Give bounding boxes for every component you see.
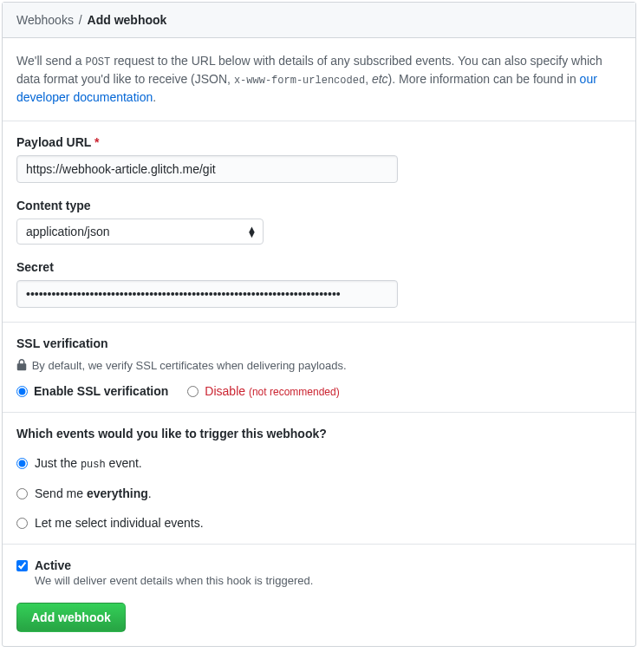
ssl-enable-label[interactable]: Enable SSL verification [34, 384, 168, 398]
ssl-enable-option: Enable SSL verification [16, 384, 168, 398]
payload-url-group: Payload URL * [16, 135, 622, 183]
webhook-form-container: Webhooks / Add webhook We'll send a POST… [2, 2, 636, 647]
active-checkbox[interactable] [16, 560, 28, 571]
content-type-select-wrap: application/json ▲▼ [16, 219, 264, 245]
active-description: We will deliver event details when this … [35, 574, 313, 587]
ssl-note: By default, we verify SSL certificates w… [16, 359, 622, 372]
payload-url-label: Payload URL * [16, 135, 622, 149]
event-individual-label[interactable]: Let me select individual events. [35, 516, 204, 530]
ssl-enable-radio[interactable] [16, 386, 28, 397]
add-webhook-button[interactable]: Add webhook [16, 603, 126, 632]
ssl-radio-row: Enable SSL verification Disable (not rec… [16, 384, 622, 398]
secret-input[interactable] [16, 280, 398, 308]
page-header: Webhooks / Add webhook [3, 3, 635, 38]
secret-group: Secret [16, 260, 622, 308]
breadcrumb-separator: / [77, 13, 84, 27]
active-checkbox-row: Active We will deliver event details whe… [16, 558, 622, 587]
event-individual-radio[interactable] [16, 518, 28, 529]
intro-section: We'll send a POST request to the URL bel… [3, 38, 635, 121]
event-everything-option: Send me everything. [16, 486, 622, 500]
submit-section: Active We will deliver event details whe… [3, 545, 635, 646]
urlencoded-code: x-www-form-urlencoded [234, 75, 365, 87]
event-individual-option: Let me select individual events. [16, 516, 622, 530]
event-just-push-label[interactable]: Just the push event. [35, 456, 142, 471]
content-type-select[interactable]: application/json [16, 219, 264, 245]
event-just-push-radio[interactable] [16, 458, 28, 469]
ssl-heading: SSL verification [16, 336, 622, 350]
event-everything-radio[interactable] [16, 488, 28, 499]
ssl-disable-option: Disable (not recommended) [187, 384, 339, 398]
ssl-disable-radio[interactable] [187, 386, 199, 397]
ssl-section: SSL verification By default, we verify S… [3, 323, 635, 413]
post-code: POST [85, 56, 110, 69]
intro-text: We'll send a POST request to the URL bel… [16, 52, 622, 107]
events-section: Which events would you like to trigger t… [3, 413, 635, 545]
content-type-group: Content type application/json ▲▼ [16, 199, 622, 245]
ssl-disable-label[interactable]: Disable (not recommended) [205, 384, 339, 398]
lock-icon [16, 359, 32, 372]
active-label[interactable]: Active [35, 558, 313, 572]
content-type-label: Content type [16, 199, 622, 212]
breadcrumb-parent[interactable]: Webhooks [16, 13, 74, 27]
secret-label: Secret [16, 260, 622, 274]
breadcrumb-current: Add webhook [88, 13, 167, 27]
payload-url-input[interactable] [16, 155, 398, 183]
event-everything-label[interactable]: Send me everything. [35, 486, 152, 500]
fields-section: Payload URL * Content type application/j… [3, 121, 635, 323]
events-heading: Which events would you like to trigger t… [16, 427, 622, 440]
required-indicator: * [94, 135, 99, 149]
event-just-push-option: Just the push event. [16, 456, 622, 471]
